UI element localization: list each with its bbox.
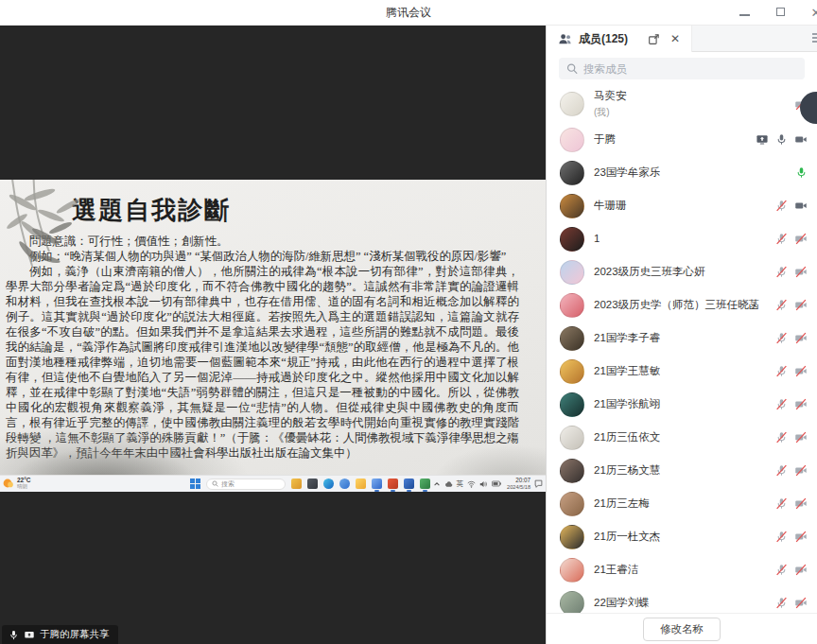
tencent-meeting-window: 腾讯会议 ✕	[0, 0, 817, 644]
member-status-icons	[795, 166, 808, 179]
avatar	[560, 227, 584, 252]
camera-off-icon[interactable]	[794, 233, 808, 245]
camera-off-icon[interactable]	[794, 398, 808, 410]
weather-icon	[3, 478, 14, 489]
member-row[interactable]: 1	[547, 222, 817, 255]
member-row[interactable]: 21国学李子睿	[547, 322, 817, 355]
mic-off-icon[interactable]	[775, 497, 788, 510]
mic-off-icon[interactable]	[775, 266, 788, 278]
screen-sharing-icon[interactable]	[756, 133, 769, 146]
maximize-button[interactable]	[774, 6, 787, 19]
meeting-app-icon[interactable]	[372, 479, 382, 489]
member-row[interactable]: 马奕安(我)	[547, 85, 817, 123]
mic-on-icon[interactable]	[775, 133, 788, 146]
excel-app-icon[interactable]	[420, 479, 430, 489]
notification-icon[interactable]	[534, 479, 543, 488]
mic-off-icon[interactable]	[775, 464, 788, 477]
panel-menu-icon[interactable]	[812, 33, 817, 43]
avatar	[560, 293, 584, 318]
mic-off-icon[interactable]	[775, 431, 788, 444]
camera-off-icon[interactable]	[794, 299, 808, 311]
mic-off-icon[interactable]	[775, 299, 788, 311]
document-paragraph: 問題意識：可行性；價值性；創新性。	[6, 234, 519, 249]
close-panel-button[interactable]: ✕	[670, 32, 680, 45]
taskbar-clock[interactable]: 20:07 2024/5/18	[507, 478, 530, 490]
mic-off-icon[interactable]	[775, 398, 788, 410]
camera-off-icon[interactable]	[794, 464, 808, 477]
member-row[interactable]: 22国学刘蝶	[547, 586, 817, 613]
camera-off-icon[interactable]	[794, 531, 808, 543]
member-row[interactable]: 2023级历史学（师范）三班任晓菡	[547, 288, 817, 322]
blue-browser-icon[interactable]	[339, 479, 350, 489]
rename-button[interactable]: 修改名称	[643, 618, 721, 641]
member-name-block: 牛珊珊	[594, 200, 627, 212]
screen-share-banner[interactable]: 于腾的屏幕共享	[2, 625, 118, 644]
camera-off-icon[interactable]	[794, 332, 808, 344]
edge-browser-icon[interactable]	[323, 479, 334, 489]
windows-start-button[interactable]	[190, 479, 200, 489]
member-name-block: 23国学牟家乐	[594, 166, 660, 179]
mic-off-icon[interactable]	[775, 332, 788, 344]
open-app-indicator	[407, 490, 411, 492]
mic-off-icon[interactable]	[775, 233, 788, 245]
mic-off-icon[interactable]	[775, 564, 788, 576]
mic-off-icon[interactable]	[775, 597, 788, 609]
member-search-input[interactable]	[583, 63, 797, 75]
member-name: 2023级历史三班李心妍	[594, 266, 705, 278]
camera-on-icon[interactable]	[794, 200, 808, 212]
mic-active-icon[interactable]	[795, 166, 808, 179]
battery-icon[interactable]	[492, 480, 501, 487]
mic-off-icon[interactable]	[775, 200, 788, 212]
avatar	[560, 426, 584, 450]
mic-off-icon[interactable]	[775, 365, 788, 377]
gold-app-icon[interactable]	[291, 479, 302, 489]
tab-members[interactable]: 成员(125) ✕	[547, 26, 692, 52]
wifi-icon[interactable]	[467, 480, 476, 488]
member-name: 21历三杨文慧	[594, 464, 660, 477]
member-name: 21王睿洁	[594, 564, 638, 576]
avatar	[560, 392, 584, 417]
camera-off-icon[interactable]	[794, 266, 808, 278]
open-app-indicator	[391, 490, 395, 492]
member-list[interactable]: 马奕安(我) 于腾 23国学牟家乐 牛珊珊 1 2023级历史三班李心妍 202…	[547, 85, 817, 613]
close-button[interactable]: ✕	[809, 6, 817, 20]
windows-search-box[interactable]: 搜索	[206, 479, 286, 490]
camera-on-icon[interactable]	[794, 133, 808, 146]
word-app-icon[interactable]	[404, 479, 414, 489]
popout-panel-button[interactable]	[648, 33, 660, 45]
member-row[interactable]: 2023级历史三班李心妍	[547, 255, 817, 288]
taskbar-weather-widget[interactable]: 22°C 晴朗	[3, 477, 31, 490]
member-status-icons	[775, 365, 808, 377]
language-indicator[interactable]: 英	[457, 479, 464, 489]
camera-off-icon[interactable]	[794, 365, 808, 377]
minimize-button[interactable]	[738, 6, 751, 19]
member-row[interactable]: 21王睿洁	[547, 553, 817, 586]
member-search-box[interactable]	[559, 58, 805, 79]
window-title: 腾讯会议	[386, 5, 431, 21]
search-icon	[212, 480, 218, 487]
member-row[interactable]: 21国学张航翊	[547, 388, 817, 421]
speaker-icon[interactable]	[479, 480, 488, 488]
camera-off-icon[interactable]	[794, 564, 808, 576]
camera-off-icon[interactable]	[794, 497, 808, 510]
dark-app-icon[interactable]	[307, 479, 318, 489]
member-row[interactable]: 21历三伍依文	[547, 421, 817, 454]
document-title: 選題自我診斷	[72, 194, 546, 227]
avatar	[560, 92, 584, 116]
tray-caret-icon[interactable]	[433, 480, 441, 488]
member-row[interactable]: 21历一杜文杰	[547, 520, 817, 553]
file-explorer-icon[interactable]	[356, 479, 366, 489]
powerpoint-icon[interactable]	[388, 479, 398, 489]
member-row[interactable]: 21国学王慧敏	[547, 355, 817, 388]
member-name: 2023级历史学（师范）三班任晓菡	[594, 299, 759, 311]
camera-off-icon[interactable]	[794, 431, 808, 444]
screen-share-stage[interactable]: 選題自我診斷 問題意識：可行性；價值性；創新性。例如：“晚清某個人物的功與過” …	[0, 26, 546, 644]
camera-off-icon[interactable]	[794, 597, 808, 609]
member-row[interactable]: 21历三左梅	[547, 487, 817, 520]
member-row[interactable]: 21历三杨文慧	[547, 454, 817, 487]
member-row[interactable]: 牛珊珊	[547, 189, 817, 222]
cloud-icon[interactable]	[444, 480, 453, 488]
member-row[interactable]: 23国学牟家乐	[547, 156, 817, 189]
member-row[interactable]: 于腾	[547, 123, 817, 156]
mic-off-icon[interactable]	[775, 531, 788, 543]
